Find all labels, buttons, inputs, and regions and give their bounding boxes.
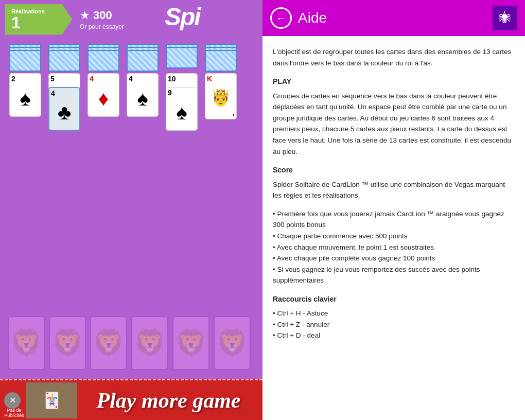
top-bar: Réalisations 1 ★ 300 Or pour essayer Spi <box>0 0 262 39</box>
card-rank: 5 <box>50 75 78 82</box>
card-back <box>127 50 159 72</box>
col-cards-4: 4 ♠ <box>127 73 159 117</box>
card-column-2: 5 ♣ 4 ♣ <box>47 44 82 260</box>
section-play-body: Groupes de cartes en séquence vers le ba… <box>273 91 515 157</box>
card-rank: K <box>207 75 235 82</box>
lion-pattern: 🦁 <box>173 317 208 369</box>
score-item-4: Avec chaque pile complète vous gagnez 10… <box>273 253 515 264</box>
help-panel: ← Aide 🕷 L'objectif est de regrouper tou… <box>262 0 525 420</box>
stack-backs-4 <box>127 44 159 72</box>
score-item-2: Chaque partie commence avec 500 points <box>273 231 515 242</box>
help-title: Aide <box>298 10 486 26</box>
spider-icon: 🕷 <box>493 6 517 30</box>
col-cards-2: 5 ♣ 4 ♣ <box>48 73 80 131</box>
lion-pattern: 🦁 <box>91 317 126 369</box>
score-top: ★ 300 <box>80 9 112 22</box>
stack-backs-6 <box>205 44 237 72</box>
close-ad-button[interactable]: ✕ <box>4 392 21 409</box>
shortcut-1: Ctrl + H - Astuce <box>273 308 515 319</box>
section-score-body: Spider Solitaire de CardLion ™ utilise u… <box>273 179 515 201</box>
card-suit: ♠ <box>168 96 196 129</box>
section-play-title: PLAY <box>273 76 515 87</box>
lion-pattern: 🦁 <box>9 317 44 369</box>
card-back <box>87 50 119 72</box>
section-shortcuts-title: Raccourcis clavier <box>273 293 515 305</box>
ad-content: 🃏 Play more game <box>26 382 260 418</box>
shortcut-3: Ctrl + D - deal <box>273 330 515 341</box>
back-button[interactable]: ← <box>270 7 292 29</box>
score-items-list: Première fois que vous jouerez jamais Ca… <box>273 208 515 286</box>
achievements-number: 1 <box>11 14 21 31</box>
card-9-spade[interactable]: 9 ♠ <box>166 87 198 131</box>
deck-area: 🦁 🦁 🦁 🦁 🦁 🦁 <box>0 312 262 374</box>
deck-card-5[interactable]: 🦁 <box>172 316 209 370</box>
card-4-club-selected[interactable]: 4 ♣ <box>48 87 80 131</box>
deck-card-3[interactable]: 🦁 <box>90 316 127 370</box>
card-rank: 9 <box>168 89 196 96</box>
score-item-3: Avec chaque mouvement, le point 1 est so… <box>273 242 515 253</box>
help-content: L'objectif est de regrouper toutes les c… <box>262 36 525 359</box>
no-ads-label[interactable]: Pas de Publicités <box>3 408 26 418</box>
card-back <box>9 50 41 72</box>
game-panel: Réalisations 1 ★ 300 Or pour essayer Spi… <box>0 0 262 420</box>
col-cards-6: K 🤴 ♦ <box>205 73 237 119</box>
card-column-6: K 🤴 ♦ <box>203 44 238 260</box>
stack-backs-5 <box>166 44 198 72</box>
card-column-3: 4 ♦ <box>86 44 121 260</box>
card-suit: ♠ <box>11 82 39 115</box>
card-suit: 🤴 <box>207 82 235 112</box>
col-cards-3: 4 ♦ <box>87 73 119 117</box>
score-sublabel: Or pour essayer <box>80 23 124 30</box>
card-column-4: 4 ♠ <box>125 44 160 260</box>
shortcut-2: Ctrl + Z - annuler <box>273 319 515 330</box>
card-rank: 4 <box>51 90 78 97</box>
deck-card-4[interactable]: 🦁 <box>131 316 168 370</box>
col-cards-5: 10 ♠ 9 ♠ <box>166 73 198 131</box>
card-column-5: 10 ♠ 9 ♠ <box>164 44 199 260</box>
ad-text[interactable]: Play more game <box>77 388 260 413</box>
help-intro: L'objectif est de regrouper toutes les c… <box>273 46 515 68</box>
section-score-title: Score <box>273 164 515 176</box>
stack-backs-2 <box>48 44 80 72</box>
card-2-spade[interactable]: 2 ♠ <box>9 73 41 117</box>
col-cards-1: 2 ♠ <box>9 73 41 117</box>
card-back <box>166 47 198 68</box>
card-suit-bottom: ♦ <box>207 112 235 117</box>
help-header: ← Aide 🕷 <box>262 0 525 36</box>
card-king-diamond[interactable]: K 🤴 ♦ <box>205 73 237 119</box>
deck-card-6[interactable]: 🦁 <box>214 316 251 370</box>
star-icon: ★ <box>80 9 90 22</box>
card-4-spade[interactable]: 4 ♠ <box>127 73 159 117</box>
score-area: ★ 300 Or pour essayer <box>80 9 124 30</box>
deck-card-1[interactable]: 🦁 <box>8 316 45 370</box>
card-back <box>205 50 237 72</box>
card-area: 2 ♠ 5 ♣ 4 ♣ <box>0 39 262 265</box>
lion-pattern: 🦁 <box>132 317 167 369</box>
score-value: 300 <box>93 9 112 22</box>
lion-pattern: 🦁 <box>215 317 250 369</box>
card-column-1: 2 ♠ <box>8 44 43 260</box>
card-suit: ♦ <box>90 82 117 115</box>
ad-image: 🃏 <box>26 382 77 418</box>
stack-backs-3 <box>87 44 119 72</box>
card-rank: 10 <box>168 75 196 82</box>
stack-backs-1 <box>9 44 41 72</box>
card-suit: ♣ <box>51 97 78 128</box>
card-rank: 4 <box>90 75 117 82</box>
shortcuts-list: Ctrl + H - Astuce Ctrl + Z - annuler Ctr… <box>273 308 515 341</box>
card-4-diamond[interactable]: 4 ♦ <box>87 73 119 117</box>
score-item-1: Première fois que vous jouerez jamais Ca… <box>273 208 515 231</box>
achievements-badge: Réalisations 1 <box>5 4 72 35</box>
game-title: Spi <box>165 3 200 31</box>
deck-card-2[interactable]: 🦁 <box>49 316 86 370</box>
card-suit: ♠ <box>129 82 156 115</box>
card-rank: 2 <box>11 75 39 82</box>
lion-pattern: 🦁 <box>50 317 85 369</box>
card-rank: 4 <box>129 75 156 82</box>
score-item-5: Si vous gagnez le jeu vous remportez des… <box>273 264 515 286</box>
card-back <box>48 50 80 72</box>
ad-banner: ✕ Pas de Publicités 🃏 Play more game <box>0 379 262 420</box>
